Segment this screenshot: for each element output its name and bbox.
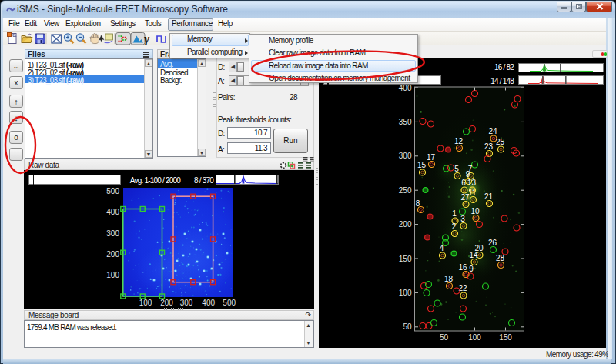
svg-text:γ: γ <box>144 32 150 45</box>
